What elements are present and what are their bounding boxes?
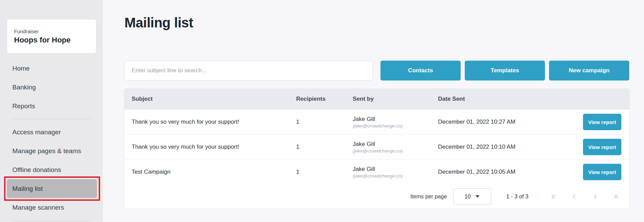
- table-row: Thank you so very much for your support!…: [124, 109, 629, 134]
- items-per-page-label: Items per page: [410, 194, 447, 200]
- sender-name: Jake Gill: [353, 166, 431, 173]
- templates-button[interactable]: Templates: [465, 61, 545, 81]
- cell-actions: View report: [576, 164, 629, 180]
- cell-date-sent: December 01, 2022 10:10 AM: [431, 144, 576, 150]
- first-page-icon[interactable]: [550, 193, 558, 201]
- table-pagination: Items per page 10 1 - 3 of 3: [124, 184, 629, 208]
- cell-recipients: 1: [289, 119, 345, 125]
- cell-subject: Thank you so very much for your support!: [124, 119, 289, 125]
- fundraiser-label: Fundraiser: [14, 28, 96, 34]
- sender-email: (jake@crowdchange.co): [353, 123, 431, 128]
- header-sent-by: Sent by: [345, 96, 431, 102]
- table-header-row: Subject Recipients Sent by Date Sent: [124, 89, 629, 109]
- new-campaign-button[interactable]: New campaign: [549, 61, 629, 81]
- sidebar-item-home[interactable]: Home: [0, 59, 103, 78]
- table-row: Test Campaign 1 Jake Gill (jake@crowdcha…: [124, 159, 629, 184]
- main-content: Mailing list Contacts Templates New camp…: [103, 0, 644, 222]
- sidebar-item-mailing-list[interactable]: Mailing list: [7, 179, 97, 198]
- cell-date-sent: December 01, 2022 10:05 AM: [431, 169, 576, 175]
- page-size-select[interactable]: 10: [453, 188, 491, 205]
- fundraiser-card: Fundraiser Hoops for Hope: [7, 20, 96, 53]
- sidebar: Fundraiser Hoops for Hope Home Banking R…: [0, 0, 103, 222]
- sender-name: Jake Gill: [353, 141, 431, 148]
- pagination-range-label: 1 - 3 of 3: [506, 193, 528, 200]
- header-recipients: Recipients: [289, 96, 345, 102]
- table-row: Thank you so very much for your support!…: [124, 134, 629, 159]
- cell-subject: Test Campaign: [124, 169, 289, 175]
- cell-recipients: 1: [289, 169, 345, 175]
- cell-sent-by: Jake Gill (jake@crowdchange.co): [345, 166, 431, 178]
- cell-recipients: 1: [289, 144, 345, 150]
- controls-row: Contacts Templates New campaign: [124, 61, 629, 81]
- header-date-sent: Date Sent: [431, 96, 576, 102]
- contacts-button[interactable]: Contacts: [380, 61, 461, 81]
- page-title: Mailing list: [124, 15, 193, 30]
- last-page-icon[interactable]: [611, 193, 620, 201]
- sidebar-item-manage-pages-teams[interactable]: Manage pages & teams: [0, 141, 103, 160]
- cell-actions: View report: [576, 139, 629, 155]
- cell-date-sent: December 01, 2022 10:27 AM: [431, 119, 576, 125]
- view-report-button[interactable]: View report: [583, 139, 621, 155]
- view-report-button[interactable]: View report: [583, 164, 621, 180]
- cell-actions: View report: [576, 114, 629, 130]
- sidebar-item-reports[interactable]: Reports: [0, 97, 103, 115]
- sidebar-item-access-manager[interactable]: Access manager: [0, 123, 103, 141]
- cell-sent-by: Jake Gill (jake@crowdchange.co): [345, 116, 431, 128]
- sidebar-item-manage-scanners[interactable]: Manage scanners: [0, 198, 103, 217]
- sidebar-nav: Home Banking Reports Access manager Mana…: [0, 59, 103, 222]
- sidebar-divider: [12, 119, 91, 119]
- fundraiser-name: Hoops for Hope: [14, 36, 96, 45]
- sender-name: Jake Gill: [353, 116, 431, 123]
- search-input[interactable]: [124, 61, 373, 81]
- sender-email: (jake@crowdchange.co): [353, 148, 431, 153]
- sidebar-item-mailing-list-wrap: Mailing list: [0, 179, 103, 198]
- chevron-down-icon: [475, 195, 479, 198]
- sidebar-divider-bottom: [12, 220, 91, 221]
- sender-email: (jake@crowdchange.co): [353, 173, 431, 178]
- page-size-value: 10: [464, 194, 471, 200]
- mailing-list-table: Subject Recipients Sent by Date Sent Tha…: [124, 88, 630, 209]
- sidebar-item-offline-donations[interactable]: Offline donations: [0, 160, 103, 179]
- view-report-button[interactable]: View report: [583, 114, 621, 130]
- header-subject: Subject: [124, 96, 289, 102]
- next-page-icon[interactable]: [591, 193, 599, 201]
- cell-sent-by: Jake Gill (jake@crowdchange.co): [345, 141, 431, 153]
- previous-page-icon[interactable]: [570, 193, 579, 201]
- sidebar-item-banking[interactable]: Banking: [0, 78, 103, 97]
- pager-controls: [537, 193, 620, 201]
- cell-subject: Thank you so very much for your support!: [124, 144, 289, 150]
